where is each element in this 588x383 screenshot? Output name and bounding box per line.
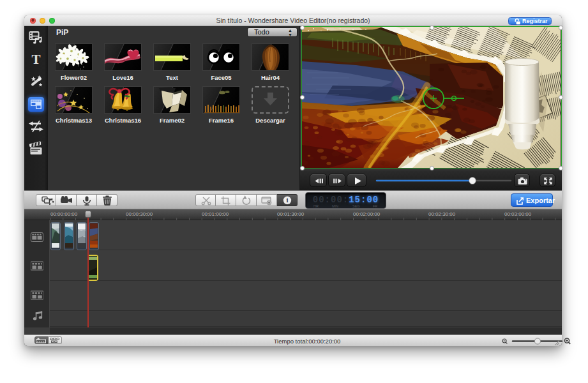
svg-text:i: i [287, 197, 289, 204]
